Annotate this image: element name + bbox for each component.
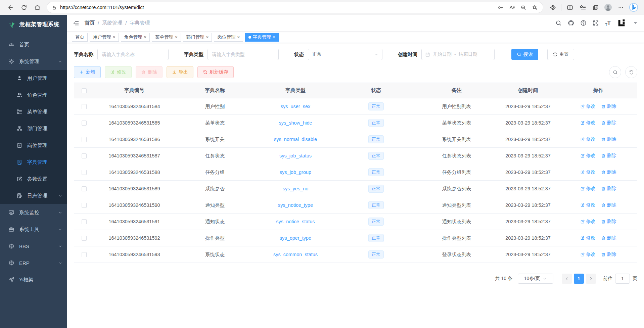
edit-link[interactable]: 修改 [580, 219, 596, 225]
delete-link[interactable]: 删除 [601, 103, 616, 109]
split-screen-button[interactable] [564, 2, 576, 13]
sidebar-item-dict-management[interactable]: 字典管理 [0, 154, 67, 171]
dict-type-link[interactable]: sys_job_status [279, 153, 312, 158]
edit-link[interactable]: 修改 [580, 136, 596, 142]
row-checkbox[interactable] [82, 104, 87, 109]
app-logo[interactable]: 意框架管理系统 [0, 15, 67, 34]
sidebar-item-system-tools[interactable]: 系统工具 [0, 221, 67, 238]
edit-link[interactable]: 修改 [580, 186, 596, 192]
sidebar-item-erp[interactable]: ERP [0, 254, 67, 271]
tab-user-management[interactable]: 用户管理× [90, 33, 119, 42]
dict-type-link[interactable]: sys_job_group [280, 170, 311, 175]
delete-link[interactable]: 删除 [601, 136, 616, 142]
delete-link[interactable]: 删除 [601, 153, 616, 159]
tab-dict-management[interactable]: 字典管理× [245, 33, 279, 42]
row-checkbox[interactable] [82, 252, 87, 257]
row-checkbox[interactable] [82, 121, 87, 126]
tab-dept-management[interactable]: 部门管理× [183, 33, 212, 42]
tab-post-management[interactable]: 岗位管理× [214, 33, 243, 42]
edit-link[interactable]: 修改 [580, 153, 596, 159]
reset-button[interactable]: 重置 [547, 49, 574, 60]
delete-link[interactable]: 删除 [601, 169, 616, 175]
sidebar-item-yi-framework[interactable]: Yi框架 [0, 271, 67, 288]
edit-link[interactable]: 修改 [580, 235, 596, 241]
dict-type-link[interactable]: sys_notice_type [278, 202, 313, 208]
close-icon[interactable]: × [206, 35, 209, 40]
edit-link[interactable]: 修改 [580, 251, 596, 257]
refresh-table-button[interactable] [625, 66, 637, 78]
row-checkbox[interactable] [82, 137, 87, 142]
close-icon[interactable]: × [175, 35, 178, 40]
sidebar-item-home[interactable]: 首页 [0, 36, 67, 53]
read-aloud-button[interactable] [507, 2, 517, 12]
close-icon[interactable]: × [113, 35, 116, 40]
tab-menu-management[interactable]: 菜单管理× [152, 33, 181, 42]
edit-link[interactable]: 修改 [580, 169, 596, 175]
goto-page-input[interactable] [615, 274, 630, 284]
sidebar-item-param-settings[interactable]: 参数设置 [0, 171, 67, 187]
sidebar-item-menu-management[interactable]: 菜单管理 [0, 103, 67, 120]
password-button[interactable] [495, 2, 505, 12]
edit-link[interactable]: 修改 [580, 103, 596, 109]
edit-link[interactable]: 修改 [580, 202, 596, 208]
row-checkbox[interactable] [82, 186, 87, 191]
dict-type-link[interactable]: sys_oper_type [280, 235, 311, 241]
bing-chat-button[interactable] [628, 2, 639, 13]
dict-type-link[interactable]: sys_notice_status [276, 219, 315, 224]
dict-type-link[interactable]: sys_user_sex [281, 104, 311, 109]
dict-type-link[interactable]: sys_common_status [273, 252, 318, 257]
date-range-picker[interactable]: 开始日期 - 结束日期 [421, 49, 495, 60]
collections-button[interactable] [590, 2, 601, 13]
page-size-select[interactable]: 10条/页 [518, 274, 553, 284]
page-1-button[interactable]: 1 [574, 274, 584, 284]
edit-link[interactable]: 修改 [580, 120, 596, 126]
sidebar-item-role-management[interactable]: 角色管理 [0, 87, 67, 103]
browser-refresh-button[interactable] [18, 2, 30, 13]
font-size-icon[interactable]: TT [605, 20, 611, 27]
refresh-cache-button[interactable]: 刷新缓存 [197, 66, 234, 78]
row-checkbox[interactable] [82, 203, 87, 208]
edit-button[interactable]: 修改 [105, 66, 132, 78]
dict-type-input[interactable] [208, 49, 279, 60]
sidebar-item-dept-management[interactable]: 部门管理 [0, 120, 67, 137]
close-icon[interactable]: × [273, 35, 275, 40]
sidebar-item-bbs[interactable]: BBS [0, 238, 67, 254]
browser-home-button[interactable] [32, 2, 43, 13]
row-checkbox[interactable] [82, 153, 87, 158]
add-button[interactable]: 新增 [74, 66, 101, 78]
search-button[interactable]: 搜索 [511, 49, 538, 60]
delete-link[interactable]: 删除 [601, 219, 616, 225]
address-bar[interactable]: https://ccnetcore.com:1101/system/dict [47, 2, 543, 13]
delete-link[interactable]: 删除 [601, 202, 616, 208]
browser-back-button[interactable] [5, 2, 16, 13]
delete-link[interactable]: 删除 [601, 235, 616, 241]
github-icon[interactable] [568, 20, 574, 26]
sidebar-item-system-management[interactable]: 系统管理 [0, 53, 67, 70]
prev-page-button[interactable] [562, 274, 572, 284]
delete-link[interactable]: 删除 [601, 120, 616, 126]
row-checkbox[interactable] [82, 219, 87, 224]
export-button[interactable]: 导出 [167, 66, 193, 78]
user-avatar[interactable] [617, 18, 626, 28]
next-page-button[interactable] [586, 274, 596, 284]
sidebar-item-user-management[interactable]: 用户管理 [0, 70, 67, 87]
row-checkbox[interactable] [82, 236, 87, 241]
search-icon[interactable] [555, 20, 562, 26]
close-icon[interactable]: × [237, 35, 240, 40]
fullscreen-icon[interactable] [593, 20, 599, 26]
delete-link[interactable]: 删除 [601, 186, 616, 192]
row-checkbox[interactable] [82, 170, 87, 175]
help-icon[interactable] [580, 20, 587, 26]
favorites-button[interactable] [577, 2, 588, 13]
browser-menu-button[interactable] [615, 2, 627, 13]
profile-button[interactable] [602, 2, 614, 13]
browser-essentials-button[interactable] [547, 2, 558, 13]
zoom-out-button[interactable] [518, 2, 528, 12]
caret-down-icon[interactable] [632, 20, 639, 26]
dict-type-link[interactable]: sys_show_hide [279, 120, 312, 126]
sidebar-item-log-management[interactable]: 日志管理 [0, 187, 67, 204]
sidebar-item-post-management[interactable]: 岗位管理 [0, 137, 67, 154]
delete-link[interactable]: 删除 [601, 251, 616, 257]
select-all-checkbox[interactable] [82, 88, 87, 93]
status-select[interactable]: 正常 [308, 49, 382, 60]
